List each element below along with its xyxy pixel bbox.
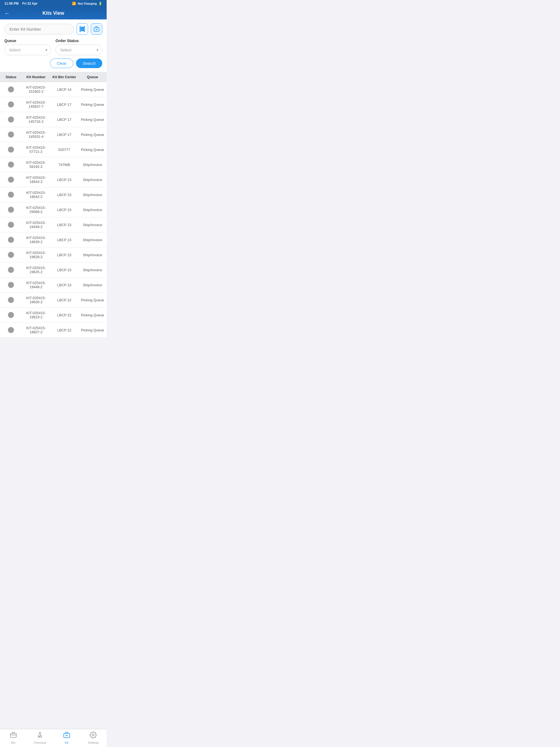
table-row[interactable]: KIT-025415-58192-2 747WB Ship/Invoice [0,157,107,172]
table-row[interactable]: KIT-025415-145531-4 LBCP 17 Picking Queu… [0,127,107,142]
table-row[interactable]: KIT-025415-19448-2 LBCP 23 Ship/Invoice [0,278,107,292]
table-row[interactable]: KIT-025415-19625-2 LBCP 23 Ship/Invoice [0,262,107,278]
table-row[interactable]: KIT-025415-19630-2 LBCP 22 Picking Queue [0,292,107,308]
cell-kit-number: KIT-025415-19628-2 [22,251,50,259]
kit-number-input[interactable] [4,24,74,34]
date-display: Fri 22 Apr [22,2,37,5]
cell-status [0,192,22,198]
status-indicator [8,312,14,318]
kits-table: Status Kit Number Kit Bin Center Queue K… [0,72,107,338]
cell-kit-bin-center: LBCP 22 [50,298,78,302]
cell-queue: Picking Queue [78,148,107,152]
nav-item-kit[interactable]: Kit [58,731,75,744]
back-button[interactable]: ← [4,10,10,17]
table-row[interactable]: KIT-025415-19639-2 LBCP 23 Ship/Invoice [0,232,107,248]
cell-status [0,252,22,258]
table-row[interactable]: KIT-025415-145637-7 LBCP 17 Picking Queu… [0,97,107,112]
table-body: KIT-025415-151602-2 LBCP 14 Picking Queu… [0,82,107,338]
nav-item-settings[interactable]: Settings [85,731,101,744]
page-title: Kits View [42,10,64,16]
cell-kit-number: KIT-025415-57721-2 [22,146,50,154]
order-status-label: Order Status [55,38,102,43]
table-row[interactable]: KIT-025415-19623-2 LBCP 22 Picking Queue [0,308,107,323]
kit-icon [94,26,100,32]
cell-kit-bin-center: LBCP 23 [50,178,78,182]
cell-status [0,147,22,153]
cell-status [0,237,22,243]
nav-item-bin[interactable]: Bin [5,731,22,744]
cell-queue: Picking Queue [78,313,107,317]
cell-status [0,177,22,183]
table-row[interactable]: KIT-025415-19449-2 LBCP 23 Ship/Invoice [0,217,107,232]
cell-status [0,131,22,137]
cell-queue: Ship/Invoice [78,238,107,242]
cell-status [0,222,22,228]
queue-select-wrapper: Select ▾ [4,45,51,55]
cell-kit-number: KIT-025415-58192-2 [22,160,50,169]
status-indicator [8,86,14,93]
cell-kit-bin-center: LBCP 23 [50,208,78,212]
search-area: Queue Select ▾ Order Status Select ▾ Cle… [0,19,107,72]
cell-kit-number: KIT-025415-19642-2 [22,190,50,199]
order-status-filter-group: Order Status Select ▾ [55,38,102,55]
cell-kit-bin-center: LBCP 22 [50,328,78,332]
table-row[interactable]: KIT-025415-19642-2 LBCP 23 Ship/Invoice [0,187,107,202]
col-header-kit-bin-center: Kit Bin Center [50,75,78,79]
nav-item-chemical[interactable]: Chemical [32,731,48,744]
status-bar: 11:56 PM Fri 22 Apr 📶 Not Charging 🔋 [0,0,107,7]
cell-kit-bin-center: 747WB [50,163,78,167]
clear-button[interactable]: Clear [50,58,74,68]
cell-status [0,312,22,318]
bin-icon [10,731,17,740]
table-row[interactable]: KIT-025415-19607-2 LBCP 22 Picking Queue [0,323,107,338]
cell-kit-number: KIT-025415-19643-2 [22,176,50,184]
cell-queue: Ship/Invoice [78,223,107,227]
cell-kit-bin-center: LBCP 23 [50,193,78,197]
cell-kit-bin-center: LBCP 23 [50,238,78,242]
status-indicator [8,101,14,107]
cell-status [0,86,22,93]
status-indicator [8,282,14,288]
battery-icon: 🔋 [98,2,102,5]
table-row[interactable]: KIT-025415-57721-2 520777 Picking Queue [0,142,107,157]
cell-queue: Ship/Invoice [78,208,107,212]
status-indicator [8,222,14,228]
queue-select[interactable]: Select [4,45,51,55]
svg-point-18 [41,736,41,736]
status-indicator [8,192,14,198]
settings-icon [90,731,97,740]
table-header: Status Kit Number Kit Bin Center Queue [0,72,107,82]
cell-queue: Ship/Invoice [78,253,107,257]
cell-status [0,117,22,123]
table-row[interactable]: KIT-025415-19643-2 LBCP 23 Ship/Invoice [0,172,107,187]
svg-rect-2 [82,27,82,31]
time-display: 11:56 PM [4,2,19,5]
search-button[interactable]: Search [76,58,102,68]
status-indicator [8,297,14,303]
cell-kit-number: KIT-025415-19448-2 [22,281,50,289]
cell-queue: Ship/Invoice [78,193,107,197]
table-row[interactable]: KIT-025415-29089-2 LBCP 23 Ship/Invoice [0,202,107,217]
cell-status [0,101,22,107]
barcode-scan-button[interactable] [77,23,88,35]
order-status-select[interactable]: Select [55,45,102,55]
kit-nav-icon [63,731,70,740]
cell-kit-number: KIT-025415-145716-2 [22,115,50,124]
kit-list-button[interactable] [91,23,102,35]
content-area: Status Kit Number Kit Bin Center Queue K… [0,72,107,357]
svg-rect-16 [10,733,17,738]
status-indicator [8,237,14,243]
cell-kit-bin-center: LBCP 23 [50,283,78,287]
status-indicator [8,162,14,168]
table-row[interactable]: KIT-025415-151602-2 LBCP 14 Picking Queu… [0,82,107,97]
cell-kit-number: KIT-025415-19639-2 [22,236,50,244]
table-row[interactable]: KIT-025415-145716-2 LBCP 17 Picking Queu… [0,112,107,127]
cell-queue: Ship/Invoice [78,283,107,287]
queue-label: Queue [4,38,51,43]
svg-rect-0 [80,27,81,31]
table-row[interactable]: KIT-025415-19628-2 LBCP 23 Ship/Invoice [0,248,107,262]
cell-kit-bin-center: LBCP 17 [50,103,78,107]
barcode-icon [79,26,85,32]
cell-queue: Picking Queue [78,298,107,302]
cell-kit-bin-center: 520777 [50,148,78,152]
